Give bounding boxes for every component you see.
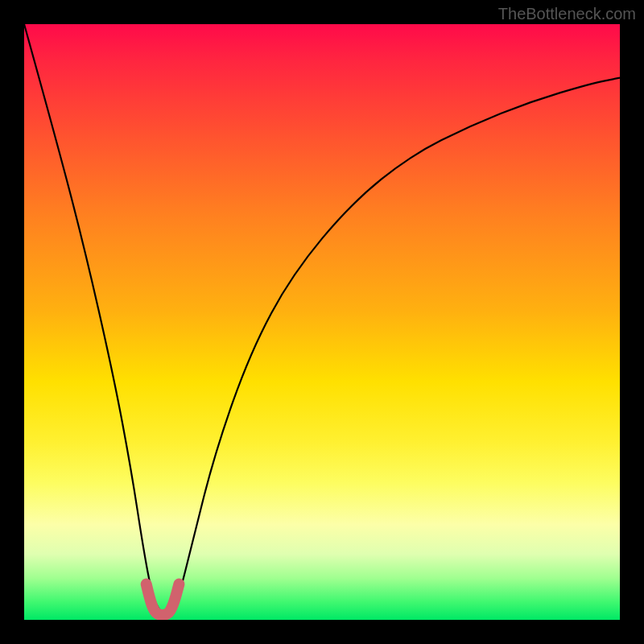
chart-svg <box>24 24 620 620</box>
watermark-text: TheBottleneck.com <box>498 5 636 23</box>
bottleneck-curve <box>24 24 620 614</box>
chart-plot-area <box>24 24 620 620</box>
highlight-segment <box>147 584 180 615</box>
